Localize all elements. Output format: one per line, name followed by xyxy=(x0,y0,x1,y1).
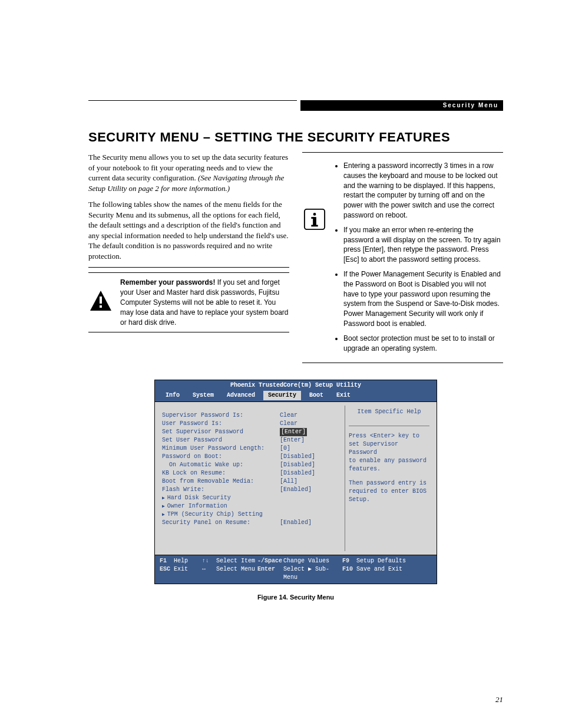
footer-key: ESC xyxy=(160,565,174,582)
footer-key: F9 xyxy=(342,557,356,565)
info-icon xyxy=(302,161,327,230)
footer-key: F1 xyxy=(160,557,174,565)
header-band: Security Menu xyxy=(300,100,503,111)
bios-help-line: set Supervisor Password xyxy=(349,440,429,457)
info-item-3: If the Power Management Security is Enab… xyxy=(343,269,503,329)
footer-key: ↔ xyxy=(202,565,216,582)
footer-desc: Select Item xyxy=(216,557,257,565)
warning-callout: Remember your passwords! If you set and … xyxy=(88,272,289,332)
bios-field-label: Set User Password xyxy=(162,436,280,444)
bios-tab-exit[interactable]: Exit xyxy=(332,391,355,400)
bios-field-label: KB Lock on Resume: xyxy=(162,469,280,477)
bios-help-line: to enable any password xyxy=(349,457,429,465)
footer-desc: Setup Defaults xyxy=(356,557,432,565)
bios-help-line: Then password entry is xyxy=(349,479,429,487)
bios-screenshot: Phoenix TrustedCore(tm) Setup Utility In… xyxy=(154,380,437,584)
page-number: 21 xyxy=(495,695,503,704)
footer-desc: Select ▶ Sub-Menu xyxy=(283,565,342,582)
footer-desc: Change Values xyxy=(283,557,342,565)
warning-text: Remember your passwords! If you set and … xyxy=(120,278,289,327)
bios-field-value: Clear xyxy=(280,420,297,428)
bios-field-label: User Password Is: xyxy=(162,420,280,428)
svg-point-4 xyxy=(313,213,316,216)
bios-help-line: required to enter BIOS xyxy=(349,487,429,496)
bios-field-label: Supervisor Password Is: xyxy=(162,411,280,420)
footer-desc: Exit xyxy=(174,565,202,582)
bios-field-label: On Automatic Wake up: xyxy=(162,461,280,469)
info-callout: Entering a password incorrectly 3 times … xyxy=(302,161,503,363)
intro-paragraph-1: The Security menu allows you to set up t… xyxy=(88,152,289,193)
bios-field-label: Hard Disk Security xyxy=(162,494,280,502)
bios-field-label: Owner Information xyxy=(162,502,280,510)
footer-desc: Save and Exit xyxy=(356,565,432,582)
info-item-4: Boot sector protection must be set to to… xyxy=(343,334,503,354)
bios-field-row[interactable]: Security Panel on Resume:[Enabled] xyxy=(162,519,338,527)
bios-field-row[interactable]: Boot from Removable Media:[All] xyxy=(162,477,338,486)
bios-help-title: Item Specific Help xyxy=(349,408,429,426)
bios-field-row[interactable]: Set Supervisor Password[Enter] xyxy=(162,428,338,436)
bios-field-label: Flash Write: xyxy=(162,486,280,494)
svg-rect-7 xyxy=(311,225,318,227)
bios-help-line: Press <Enter> key to xyxy=(349,432,429,440)
bios-field-row[interactable]: Set User Password[Enter] xyxy=(162,436,338,444)
bios-field-value: [Enter] xyxy=(280,428,307,436)
bios-tab-bar: InfoSystemAdvancedSecurityBootExit xyxy=(155,391,437,401)
bios-field-row[interactable]: Flash Write:[Enabled] xyxy=(162,486,338,494)
bios-field-label: Boot from Removable Media: xyxy=(162,477,280,486)
footer-desc: Select Menu xyxy=(216,565,257,582)
page-title: SECURITY MENU – SETTING THE SECURITY FEA… xyxy=(88,130,503,145)
bios-tab-info[interactable]: Info xyxy=(161,391,184,400)
bios-field-row[interactable]: Supervisor Password Is:Clear xyxy=(162,411,338,420)
bios-field-value: Clear xyxy=(280,411,297,420)
bios-tab-system[interactable]: System xyxy=(188,391,219,400)
bios-field-value: [0] xyxy=(280,444,290,453)
footer-key: Enter xyxy=(257,565,283,582)
bios-field-value: [Disabled] xyxy=(280,453,315,461)
intro-paragraph-2: The following tables show the names of t… xyxy=(88,199,289,261)
bios-footer: F1Help ↑↓Select Item -/SpaceChange Value… xyxy=(155,555,437,584)
bios-tab-boot[interactable]: Boot xyxy=(305,391,328,400)
svg-rect-6 xyxy=(311,217,315,219)
bios-help-panel: Item Specific Help Press <Enter> key to … xyxy=(345,406,433,551)
figure-caption: Figure 14. Security Menu xyxy=(154,594,437,601)
svg-rect-1 xyxy=(100,297,102,304)
bios-tab-security[interactable]: Security xyxy=(263,391,301,400)
bios-field-row[interactable]: Password on Boot:[Disabled] xyxy=(162,453,338,461)
bios-main-panel: Supervisor Password Is:ClearUser Passwor… xyxy=(158,406,341,551)
bios-help-line: Setup. xyxy=(349,496,429,504)
bios-field-row[interactable]: TPM (Security Chip) Setting xyxy=(162,510,338,519)
footer-key: F10 xyxy=(342,565,356,582)
paragraph-rule xyxy=(88,267,289,268)
bios-field-row[interactable]: User Password Is:Clear xyxy=(162,420,338,428)
bios-field-value: [All] xyxy=(280,477,297,486)
info-item-1: Entering a password incorrectly 3 times … xyxy=(343,161,503,220)
footer-key: -/Space xyxy=(257,557,283,565)
bios-field-value: [Enabled] xyxy=(280,519,312,527)
warning-strong: Remember your passwords! xyxy=(120,278,215,286)
warning-icon xyxy=(88,278,113,313)
bios-field-label: Set Supervisor Password xyxy=(162,428,280,436)
svg-rect-2 xyxy=(100,305,102,308)
footer-key: ↑↓ xyxy=(202,557,216,565)
info-item-2: If you make an error when re-entering th… xyxy=(343,225,503,265)
bios-field-label: Minimum User Password Length: xyxy=(162,444,280,453)
bios-utility-title: Phoenix TrustedCore(tm) Setup Utility xyxy=(155,380,437,391)
bios-field-value: [Disabled] xyxy=(280,469,315,477)
bios-field-row[interactable]: On Automatic Wake up:[Disabled] xyxy=(162,461,338,469)
bios-field-label: TPM (Security Chip) Setting xyxy=(162,510,280,519)
bios-help-line: features. xyxy=(349,465,429,473)
bios-field-row[interactable]: Owner Information xyxy=(162,502,338,510)
bios-field-row[interactable]: Hard Disk Security xyxy=(162,494,338,502)
bios-field-row[interactable]: KB Lock on Resume:[Disabled] xyxy=(162,469,338,477)
header-rule xyxy=(88,100,297,101)
info-list: Entering a password incorrectly 3 times … xyxy=(334,161,503,358)
bios-field-value: [Enabled] xyxy=(280,486,312,494)
bios-field-label: Password on Boot: xyxy=(162,453,280,461)
bios-tab-advanced[interactable]: Advanced xyxy=(222,391,260,400)
bios-field-label: Security Panel on Resume: xyxy=(162,519,280,527)
bios-field-value: [Disabled] xyxy=(280,461,315,469)
bios-field-value: [Enter] xyxy=(280,436,305,444)
footer-desc: Help xyxy=(174,557,202,565)
bios-field-row[interactable]: Minimum User Password Length:[0] xyxy=(162,444,338,453)
